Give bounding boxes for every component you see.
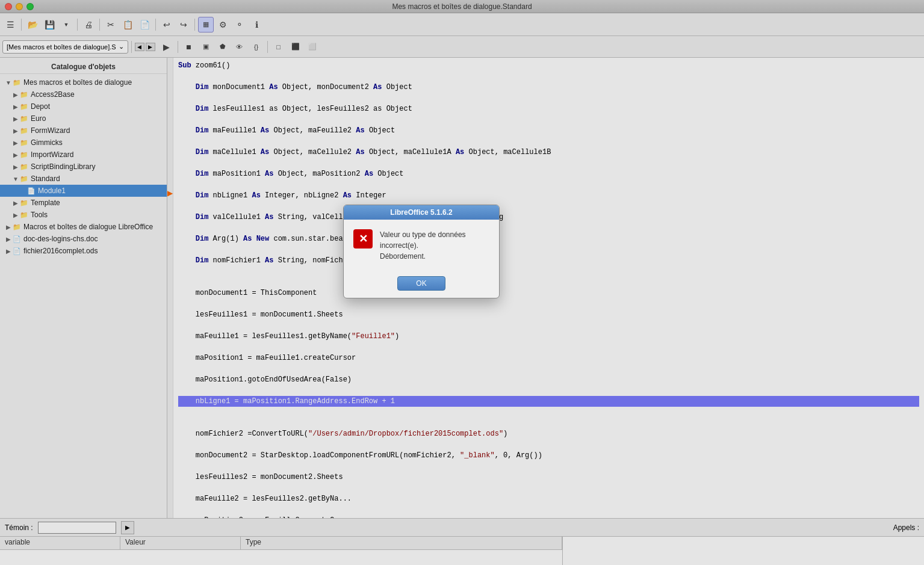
dialog-buttons: OK bbox=[344, 271, 499, 298]
dialog-title: LibreOffice 5.1.6.2 bbox=[390, 208, 452, 217]
dialog-ok-button[interactable]: OK bbox=[397, 276, 445, 291]
error-icon: ✕ bbox=[353, 229, 373, 249]
dialog-overlay: LibreOffice 5.1.6.2 ✕ Valeur ou type de … bbox=[0, 0, 924, 565]
dialog-content: ✕ Valeur ou type de données incorrect(e)… bbox=[344, 220, 499, 271]
error-dialog: LibreOffice 5.1.6.2 ✕ Valeur ou type de … bbox=[343, 205, 500, 298]
dialog-message-line1: Valeur ou type de données incorrect(e). bbox=[380, 229, 489, 251]
dialog-message: Valeur ou type de données incorrect(e). … bbox=[380, 229, 489, 262]
dialog-ok-label: OK bbox=[416, 279, 426, 288]
dialog-title-bar: LibreOffice 5.1.6.2 bbox=[344, 205, 499, 220]
dialog-message-line2: Débordement. bbox=[380, 251, 489, 262]
